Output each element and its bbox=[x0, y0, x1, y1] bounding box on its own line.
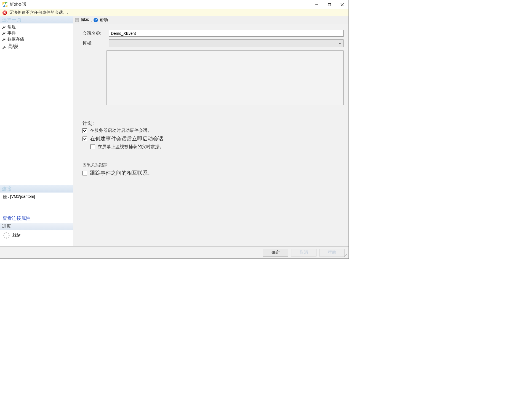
checkbox-icon bbox=[83, 171, 87, 175]
checkbox-watch-live[interactable]: 在屏幕上监视被捕获的实时数据。 bbox=[90, 144, 344, 150]
checkbox-track-causality[interactable]: 跟踪事件之间的相互联系。 bbox=[83, 169, 344, 177]
sidebar: 选择一页 常规 事件 数据存储 高级 bbox=[0, 16, 73, 246]
dialog-window: 新建会话 ✖ 无法创建不含任何事件的会话。. 选择一页 常规 bbox=[0, 0, 349, 259]
resize-grip[interactable] bbox=[344, 254, 348, 258]
view-connection-props-link[interactable]: 查看连接属性 bbox=[0, 213, 73, 223]
checkbox-start-immediately[interactable]: 在创建事件会话后立即启动会话。 bbox=[83, 135, 344, 142]
wrench-icon bbox=[2, 37, 6, 41]
progress-status: 就绪 bbox=[12, 233, 21, 238]
checkbox-label: 在屏幕上监视被捕获的实时数据。 bbox=[98, 144, 164, 150]
sidebar-item-label: 数据存储 bbox=[7, 36, 24, 42]
plan-section-title: 计划: bbox=[83, 120, 344, 127]
error-icon: ✖ bbox=[2, 10, 7, 15]
svg-rect-1 bbox=[328, 3, 331, 6]
main-panel: 脚本 . ? 帮助 会话名称: 模板: bbox=[73, 16, 349, 246]
titlebar: 新建会话 bbox=[0, 0, 349, 9]
toolbar-script-label[interactable]: 脚本 bbox=[81, 17, 89, 23]
checkbox-label: 在创建事件会话后立即启动会话。 bbox=[90, 135, 169, 142]
checkbox-label: 在服务器启动时启动事件会话。 bbox=[90, 128, 152, 134]
checkbox-icon bbox=[90, 145, 95, 149]
sidebar-item-advanced[interactable]: 高级 bbox=[0, 42, 73, 50]
chevron-down-icon bbox=[338, 42, 342, 45]
checkbox-icon bbox=[83, 128, 87, 133]
sidebar-item-events[interactable]: 事件 bbox=[0, 30, 73, 36]
sidebar-progress-header: 进度 bbox=[0, 223, 73, 230]
script-icon bbox=[75, 18, 79, 22]
sidebar-item-label: 事件 bbox=[7, 30, 16, 36]
sidebar-item-storage[interactable]: 数据存储 bbox=[0, 36, 73, 42]
error-bar: ✖ 无法创建不含任何事件的会话。. bbox=[0, 9, 349, 16]
error-message: 无法创建不含任何事件的会话。. bbox=[9, 10, 68, 15]
session-name-label: 会话名称: bbox=[83, 31, 109, 36]
window-title: 新建会话 bbox=[9, 2, 26, 7]
template-description[interactable] bbox=[107, 50, 344, 105]
wrench-icon bbox=[2, 31, 6, 35]
session-name-input[interactable] bbox=[109, 30, 344, 37]
close-button[interactable] bbox=[336, 0, 349, 9]
template-combobox[interactable] bbox=[109, 39, 344, 47]
cancel-button[interactable]: 取消 bbox=[291, 249, 316, 257]
connection-user: . [VM1\jdantoni] bbox=[2, 194, 71, 199]
sidebar-connection-header: 连接 bbox=[0, 185, 73, 193]
app-icon bbox=[2, 2, 7, 7]
wrench-icon bbox=[2, 25, 6, 29]
minimize-button[interactable] bbox=[310, 0, 323, 9]
toolbar-help-label[interactable]: 帮助 bbox=[100, 17, 108, 23]
toolbar: 脚本 . ? 帮助 bbox=[73, 16, 349, 24]
help-button[interactable]: 帮助 bbox=[319, 249, 345, 257]
checkbox-label: 跟踪事件之间的相互联系。 bbox=[90, 169, 153, 177]
footer: 确定 取消 帮助 bbox=[0, 246, 349, 258]
ok-button[interactable]: 确定 bbox=[263, 249, 288, 257]
toolbar-separator: . bbox=[91, 18, 92, 22]
causality-section-title: 因果关系跟踪: bbox=[83, 162, 344, 168]
template-label: 模板: bbox=[83, 41, 109, 46]
sidebar-select-header: 选择一页 bbox=[0, 16, 73, 23]
sidebar-item-label: 常规 bbox=[7, 24, 16, 30]
checkbox-start-on-server[interactable]: 在服务器启动时启动事件会话。 bbox=[83, 128, 344, 134]
maximize-button[interactable] bbox=[323, 0, 336, 9]
checkbox-icon bbox=[83, 137, 87, 141]
help-icon: ? bbox=[94, 18, 98, 22]
progress-spinner-icon bbox=[3, 232, 10, 239]
sidebar-item-general[interactable]: 常规 bbox=[0, 24, 73, 30]
wrench-icon bbox=[2, 44, 6, 48]
sidebar-item-label: 高级 bbox=[7, 42, 18, 50]
